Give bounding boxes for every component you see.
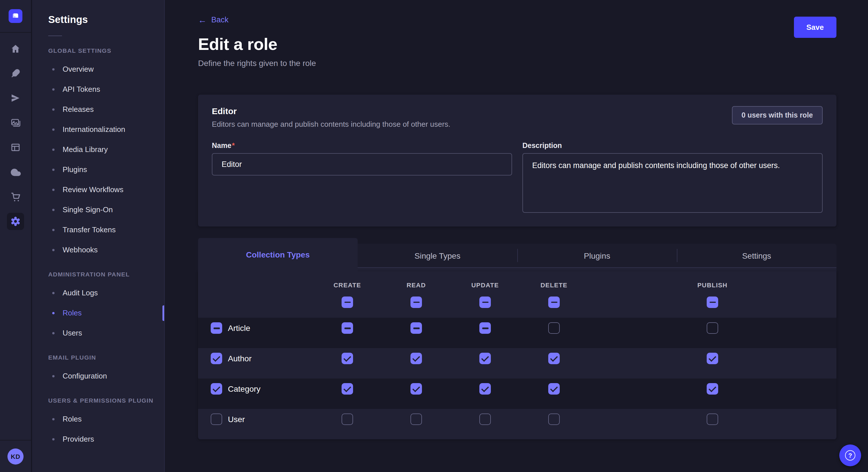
- column-header-create: CREATE: [313, 281, 382, 289]
- permissions-tabs: Collection TypesSingle TypesPluginsSetti…: [198, 238, 836, 271]
- sidebar-item-users[interactable]: Users: [32, 323, 164, 343]
- role-name-input[interactable]: [212, 153, 512, 175]
- author-create-checkbox[interactable]: [342, 353, 353, 365]
- author-read-checkbox[interactable]: [410, 353, 422, 365]
- permission-cell: [588, 414, 836, 425]
- permission-row-category: Category: [198, 378, 836, 409]
- article-delete-checkbox[interactable]: [548, 323, 560, 334]
- author-delete-checkbox[interactable]: [548, 353, 560, 365]
- required-asterisk: *: [232, 142, 235, 150]
- cloud-icon[interactable]: [10, 167, 21, 177]
- article-read-checkbox[interactable]: [410, 323, 422, 334]
- permission-cell: [588, 353, 836, 365]
- sidebar-item-configuration[interactable]: Configuration: [32, 366, 164, 386]
- sidebar-item-transfer-tokens[interactable]: Transfer Tokens: [32, 220, 164, 240]
- author-row-checkbox[interactable]: [211, 353, 222, 365]
- permissions-select-all-row: [198, 297, 836, 318]
- sidebar-section-global-settings: GLOBAL SETTINGSOverviewAPI TokensRelease…: [32, 47, 164, 260]
- sidebar-item-media-library[interactable]: Media Library: [32, 139, 164, 160]
- role-description-textarea[interactable]: Editors can manage and publish contents …: [522, 153, 823, 213]
- role-title: Editor: [212, 106, 451, 116]
- column-header-publish: PUBLISH: [588, 281, 836, 289]
- tab-single-types[interactable]: Single Types: [358, 244, 517, 268]
- user-create-checkbox[interactable]: [342, 414, 353, 425]
- author-update-checkbox[interactable]: [479, 353, 491, 365]
- permission-cell: [520, 353, 588, 365]
- bullet-dot-icon: [52, 248, 55, 251]
- strapi-logo[interactable]: [9, 9, 22, 23]
- article-create-checkbox[interactable]: [342, 323, 353, 334]
- sidebar-item-webhooks[interactable]: Webhooks: [32, 240, 164, 260]
- select-all-delete-checkbox[interactable]: [548, 297, 560, 308]
- permission-cell: [313, 353, 382, 365]
- select-all-publish-checkbox[interactable]: [707, 297, 718, 308]
- tab-settings[interactable]: Settings: [677, 244, 836, 268]
- sidebar-item-label: Media Library: [63, 145, 108, 154]
- select-all-cell: [451, 297, 520, 308]
- sidebar-item-plugins[interactable]: Plugins: [32, 160, 164, 179]
- sidebar-item-roles[interactable]: Roles: [32, 409, 164, 429]
- category-update-checkbox[interactable]: [479, 383, 491, 395]
- article-publish-checkbox[interactable]: [707, 323, 718, 334]
- page-subtitle: Define the rights given to the role: [198, 59, 836, 68]
- help-button[interactable]: ?: [839, 444, 861, 466]
- sidebar-item-overview[interactable]: Overview: [32, 59, 164, 79]
- user-publish-checkbox[interactable]: [707, 414, 718, 425]
- media-library-icon[interactable]: [10, 117, 21, 128]
- select-all-create-checkbox[interactable]: [342, 297, 353, 308]
- permissions-panel: CREATEREADUPDATEDELETEPUBLISH ArticleAut…: [198, 271, 836, 439]
- category-read-checkbox[interactable]: [410, 383, 422, 395]
- description-field-label: Description: [522, 142, 823, 150]
- category-publish-checkbox[interactable]: [707, 383, 718, 395]
- icon-rail: KD: [0, 0, 32, 472]
- sidebar-item-internationalization[interactable]: Internationalization: [32, 119, 164, 139]
- pen-icon[interactable]: [10, 68, 21, 78]
- author-publish-checkbox[interactable]: [707, 353, 718, 365]
- sidebar-item-label: Review Workflows: [63, 185, 123, 194]
- user-read-checkbox[interactable]: [410, 414, 422, 425]
- sidebar-item-single-sign-on[interactable]: Single Sign-On: [32, 200, 164, 220]
- article-row-checkbox[interactable]: [211, 323, 222, 334]
- save-button[interactable]: Save: [794, 16, 836, 38]
- select-all-read-checkbox[interactable]: [410, 297, 422, 308]
- users-with-role-badge: 0 users with this role: [732, 106, 823, 125]
- sidebar-item-review-workflows[interactable]: Review Workflows: [32, 179, 164, 200]
- permissions-rows: ArticleAuthorCategoryUser: [198, 318, 836, 439]
- sidebar-item-providers[interactable]: Providers: [32, 429, 164, 449]
- row-label: Category: [228, 384, 260, 394]
- sidebar-item-label: Transfer Tokens: [63, 225, 116, 234]
- row-name-cell: Article: [198, 323, 313, 334]
- tab-plugins[interactable]: Plugins: [517, 244, 677, 268]
- sidebar-item-label: Users: [63, 329, 82, 337]
- bullet-dot-icon: [52, 88, 55, 90]
- marketplace-cart-icon[interactable]: [10, 192, 21, 202]
- category-row-checkbox[interactable]: [211, 383, 222, 395]
- settings-gear-icon[interactable]: [7, 213, 24, 230]
- user-delete-checkbox[interactable]: [548, 414, 560, 425]
- tab-collection-types[interactable]: Collection Types: [198, 238, 358, 271]
- bullet-dot-icon: [52, 128, 55, 131]
- send-icon[interactable]: [10, 93, 21, 103]
- user-update-checkbox[interactable]: [479, 414, 491, 425]
- category-create-checkbox[interactable]: [342, 383, 353, 395]
- layout-icon[interactable]: [10, 142, 21, 153]
- permission-cell: [451, 414, 520, 425]
- user-avatar[interactable]: KD: [7, 448, 24, 464]
- user-row-checkbox[interactable]: [211, 414, 222, 425]
- permission-row-user: User: [198, 409, 836, 439]
- back-label: Back: [211, 15, 228, 24]
- sidebar-item-label: Single Sign-On: [63, 205, 113, 214]
- home-icon[interactable]: [10, 43, 21, 54]
- permissions-card: Collection TypesSingle TypesPluginsSetti…: [198, 238, 836, 439]
- sidebar-item-releases[interactable]: Releases: [32, 99, 164, 119]
- article-update-checkbox[interactable]: [479, 323, 491, 334]
- category-delete-checkbox[interactable]: [548, 383, 560, 395]
- back-link[interactable]: ← Back: [198, 15, 228, 24]
- bullet-dot-icon: [52, 168, 55, 171]
- rail-footer: KD: [0, 440, 31, 472]
- sidebar-item-api-tokens[interactable]: API Tokens: [32, 79, 164, 99]
- sidebar-item-audit-logs[interactable]: Audit Logs: [32, 283, 164, 303]
- select-all-update-checkbox[interactable]: [479, 297, 491, 308]
- sidebar-item-roles[interactable]: Roles: [32, 303, 164, 323]
- sidebar-title-divider: [48, 36, 62, 36]
